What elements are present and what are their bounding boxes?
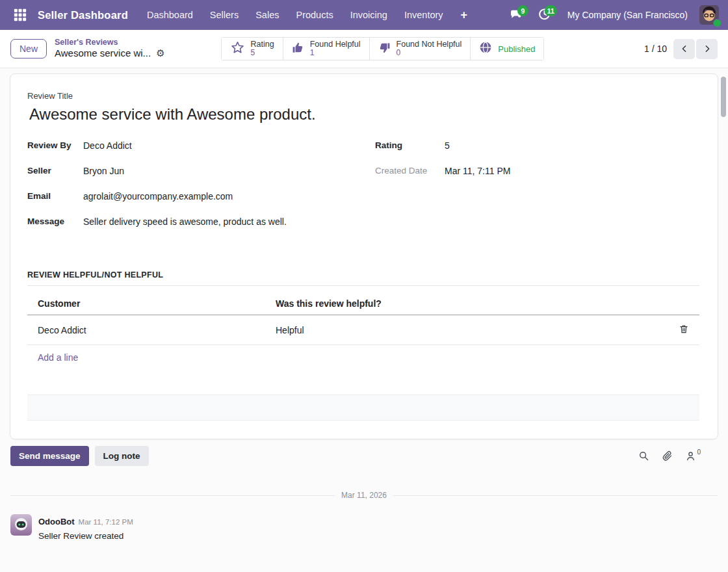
messages-count-badge: 9 xyxy=(517,5,528,16)
date-divider: Mar 11, 2026 xyxy=(10,491,718,500)
helpful-table: Customer Was this review helpful? Deco A… xyxy=(27,292,699,370)
gear-icon[interactable]: ⚙ xyxy=(156,49,164,58)
message-author[interactable]: OdooBot xyxy=(38,517,75,526)
stat-value: 1 xyxy=(310,49,361,58)
globe-icon xyxy=(479,41,492,57)
scrollbar-thumb[interactable] xyxy=(721,77,726,117)
column-header-customer[interactable]: Customer xyxy=(27,292,265,315)
navbar-right: 9 11 My Company (San Francisco) xyxy=(505,4,719,26)
attach-files-button[interactable] xyxy=(662,450,673,462)
review-title-value[interactable]: Awesome service with Awesome product. xyxy=(29,105,699,124)
paperclip-icon xyxy=(662,450,673,462)
published-label: Published xyxy=(498,44,535,54)
nav-item-sales[interactable]: Sales xyxy=(248,5,286,25)
chevron-right-icon xyxy=(702,44,712,54)
field-label-review-by: Review By xyxy=(27,139,83,150)
pager-previous-button[interactable] xyxy=(673,39,695,59)
breadcrumb: Seller's Reviews Awesome service wi... ⚙ xyxy=(55,38,165,60)
stat-value: 0 xyxy=(396,49,462,58)
column-header-helpful[interactable]: Was this review helpful? xyxy=(265,292,667,315)
field-label-rating: Rating xyxy=(375,139,445,150)
nav-item-dashboard[interactable]: Dashboard xyxy=(140,5,200,25)
stat-button-found-not-helpful[interactable]: Found Not Helpful 0 xyxy=(370,38,471,60)
message-timestamp: Mar 11, 7:12 PM xyxy=(79,518,133,526)
chevron-left-icon xyxy=(679,44,690,54)
chatter-message: OdooBotMar 11, 7:12 PM Seller Review cre… xyxy=(10,514,718,542)
followers-button[interactable]: 0 xyxy=(685,450,701,462)
thumbs-up-icon xyxy=(292,42,304,57)
field-value-seller[interactable]: Bryon Jun xyxy=(83,164,124,176)
search-messages-button[interactable] xyxy=(638,450,649,462)
pager-counter: 1 / 10 xyxy=(644,44,667,54)
nav-item-sellers[interactable]: Sellers xyxy=(203,5,246,25)
follower-person-icon xyxy=(685,450,696,462)
field-value-review-by[interactable]: Deco Addict xyxy=(83,139,132,151)
nav-item-invoicing[interactable]: Invoicing xyxy=(343,5,395,25)
field-label-message: Message xyxy=(27,215,83,226)
nav-item-inventory[interactable]: Inventory xyxy=(397,5,450,25)
activities-menu[interactable]: 11 xyxy=(534,4,556,26)
field-value-rating[interactable]: 5 xyxy=(445,139,450,151)
stat-button-rating[interactable]: Rating 5 xyxy=(222,38,283,60)
search-icon xyxy=(638,450,649,462)
field-label-seller: Seller xyxy=(27,164,83,176)
pager-next-button[interactable] xyxy=(696,39,718,59)
app-title[interactable]: Seller Dashboard xyxy=(34,9,137,21)
star-icon xyxy=(230,40,245,58)
stat-label: Found Helpful xyxy=(310,40,361,49)
cell-helpful[interactable]: Helpful xyxy=(265,315,667,345)
form-sheet: Review Title Awesome service with Awesom… xyxy=(10,73,718,439)
field-label-created-date: Created Date xyxy=(375,164,445,176)
online-status-dot xyxy=(713,19,722,27)
field-value-created-date[interactable]: Mar 11, 7:11 PM xyxy=(445,164,510,176)
send-message-button[interactable]: Send message xyxy=(10,446,89,466)
activities-count-badge: 11 xyxy=(545,5,557,16)
odoobot-avatar[interactable] xyxy=(10,514,32,536)
stat-label: Found Not Helpful xyxy=(396,40,462,49)
company-switcher[interactable]: My Company (San Francisco) xyxy=(562,10,693,20)
stat-buttons: Rating 5 Found Helpful 1 xyxy=(221,37,545,60)
control-panel: New Seller's Reviews Awesome service wi.… xyxy=(0,30,728,68)
review-title-label: Review Title xyxy=(27,91,699,101)
field-label-email: Email xyxy=(27,190,83,201)
nav-item-products[interactable]: Products xyxy=(289,5,340,25)
section-divider xyxy=(27,285,699,286)
pager: 1 / 10 xyxy=(644,39,718,59)
stat-label: Rating xyxy=(251,40,274,49)
field-value-message[interactable]: Seller delivery speed is awesome, produc… xyxy=(83,215,287,227)
navbar-left: Seller Dashboard Dashboard Sellers Sales… xyxy=(9,4,475,26)
field-value-email[interactable]: agrolait@yourcompany.example.com xyxy=(83,190,233,202)
new-button[interactable]: New xyxy=(10,39,47,58)
trash-icon xyxy=(679,324,689,334)
apps-grid-icon[interactable] xyxy=(9,4,31,26)
message-text: Seller Review created xyxy=(38,530,133,542)
empty-striped-row xyxy=(27,395,699,421)
top-navbar: Seller Dashboard Dashboard Sellers Sales… xyxy=(0,0,728,30)
stat-button-found-helpful[interactable]: Found Helpful 1 xyxy=(283,38,370,60)
form-fields: Review By Deco Addict Seller Bryon Jun E… xyxy=(27,139,699,240)
helpful-section-title: REVIEW HELPFUL/NOT HELPFUL xyxy=(27,270,699,280)
add-a-line-link[interactable]: Add a line xyxy=(38,352,78,363)
chatter: Send message Log note 0 xyxy=(0,439,728,542)
delete-row-button[interactable] xyxy=(677,322,690,337)
followers-count: 0 xyxy=(697,448,701,456)
thumbs-down-icon xyxy=(378,42,391,57)
empty-row xyxy=(27,370,699,395)
stat-value: 5 xyxy=(251,49,274,58)
cell-customer[interactable]: Deco Addict xyxy=(27,315,265,345)
new-menu-plus-icon[interactable]: + xyxy=(453,6,476,25)
main-content: Review Title Awesome service with Awesom… xyxy=(0,73,728,572)
log-note-button[interactable]: Log note xyxy=(95,446,149,466)
stat-button-published[interactable]: Published xyxy=(471,38,543,60)
user-avatar[interactable] xyxy=(699,5,719,25)
breadcrumb-parent-link[interactable]: Seller's Reviews xyxy=(55,38,165,48)
table-row[interactable]: Deco Addict Helpful xyxy=(27,315,699,345)
breadcrumb-current: Awesome service wi... xyxy=(55,47,151,60)
messages-menu[interactable]: 9 xyxy=(505,4,527,26)
